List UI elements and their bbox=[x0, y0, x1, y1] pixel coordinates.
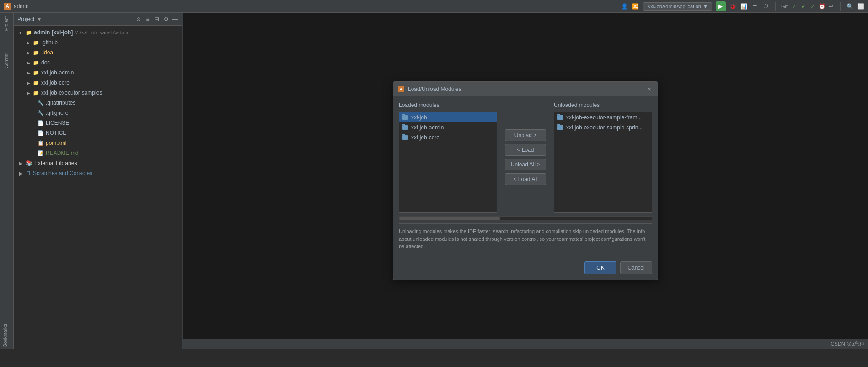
tree-item-pom[interactable]: 📋 pom.xml bbox=[14, 138, 182, 148]
idea-folder-icon: 📁 bbox=[33, 50, 39, 56]
commit-side-label[interactable]: Commit bbox=[4, 51, 9, 70]
git-tick-icon[interactable]: ✔ bbox=[800, 3, 807, 10]
app-selector[interactable]: XxlJobAdminApplication ▼ bbox=[643, 2, 712, 11]
expand-icon[interactable]: ⊟ bbox=[153, 16, 161, 23]
modal-header: A Load/Unload Modules × bbox=[393, 82, 658, 96]
project-dropdown[interactable]: ▾ bbox=[38, 16, 41, 22]
git-check-icon[interactable]: ✓ bbox=[791, 3, 798, 10]
license-icon: 📄 bbox=[38, 120, 44, 126]
tree-root[interactable]: ▾ 📁 admin [xxl-job] M:\xxl_job_yanshi\ad… bbox=[14, 27, 182, 37]
bookmarks-side-label[interactable]: Bookmarks bbox=[3, 322, 8, 349]
tree-item-admin[interactable]: ▶ 📁 xxl-job-admin bbox=[14, 68, 182, 78]
info-text: Unloading modules makes the IDE faster: … bbox=[399, 223, 652, 252]
file-tree: ▾ 📁 admin [xxl-job] M:\xxl_job_yanshi\ad… bbox=[14, 26, 182, 349]
tree-item-github[interactable]: ▶ 📁 .github bbox=[14, 37, 182, 48]
ext-lib-arrow: ▶ bbox=[19, 161, 24, 166]
status-right: CSDN @g忘种 bbox=[830, 340, 864, 347]
unload-all-button[interactable]: Unload All > bbox=[505, 159, 546, 170]
tree-item-notice[interactable]: 📄 NOTICE bbox=[14, 128, 182, 138]
module-name-xxljob: xxl-job bbox=[411, 114, 427, 121]
modal-title-icon: A bbox=[398, 86, 404, 92]
modules-row: Loaded modules xxl-job bbox=[399, 102, 652, 213]
pom-icon: 📋 bbox=[38, 140, 44, 146]
tree-item-idea[interactable]: ▶ 📁 .idea bbox=[14, 48, 182, 58]
debug-button[interactable]: 🐞 bbox=[729, 3, 737, 10]
maximize-button[interactable]: ⬜ bbox=[857, 3, 864, 10]
module-folder-icon-3 bbox=[402, 134, 408, 141]
load-all-button[interactable]: < Load All bbox=[505, 173, 546, 185]
loaded-label: Loaded modules bbox=[399, 102, 497, 108]
tree-item-doc[interactable]: ▶ 📁 doc bbox=[14, 58, 182, 68]
unloaded-modules-list[interactable]: xxl-job-executor-sample-fram... xxl-job-… bbox=[554, 112, 652, 213]
modal-close-button[interactable]: × bbox=[646, 85, 653, 93]
git-log-icon[interactable]: ⏰ bbox=[818, 3, 825, 10]
unloaded-modules-col: Unloaded modules xxl-job-executor-sample… bbox=[554, 102, 652, 213]
settings-icon[interactable]: ⚙ bbox=[162, 16, 170, 23]
loaded-modules-list[interactable]: xxl-job xxl-job-admin bbox=[399, 112, 497, 213]
module-folder-icon-4 bbox=[557, 114, 563, 121]
search-button[interactable]: 🔍 bbox=[846, 3, 853, 10]
readme-icon: 📝 bbox=[38, 150, 44, 156]
idea-label: .idea bbox=[41, 49, 53, 56]
module-xxl-job-core[interactable]: xxl-job-core bbox=[399, 133, 497, 143]
tree-item-executor[interactable]: ▶ 📁 xxl-job-executor-samples bbox=[14, 88, 182, 98]
github-label: .github bbox=[41, 39, 58, 46]
git-section: Git: ✓ ✔ ↗ ⏰ ↩ bbox=[781, 3, 835, 10]
run-button[interactable]: ▶ bbox=[716, 1, 726, 11]
close-panel-icon[interactable]: — bbox=[171, 16, 179, 23]
idea-arrow: ▶ bbox=[27, 50, 31, 55]
more-run-button[interactable]: ⏱ bbox=[762, 3, 770, 10]
project-panel: Project ▾ ⊙ ≡ ⊟ ⚙ — ▾ 📁 admin [xxl-job] … bbox=[14, 13, 183, 349]
module-xxl-job[interactable]: xxl-job bbox=[399, 112, 497, 122]
module-executor-frame[interactable]: xxl-job-executor-sample-fram... bbox=[554, 112, 652, 122]
executor-arrow: ▶ bbox=[27, 90, 31, 96]
cancel-button[interactable]: Cancel bbox=[620, 261, 652, 274]
tree-item-ext-lib[interactable]: ▶ 📚 External Libraries bbox=[14, 158, 182, 168]
status-bar: CSDN @g忘种 bbox=[183, 339, 868, 349]
project-tools: ⊙ ≡ ⊟ ⚙ — bbox=[135, 16, 179, 23]
toolbar-sep-2 bbox=[840, 2, 841, 11]
project-side-label[interactable]: Project bbox=[4, 15, 9, 32]
tree-item-gitattributes[interactable]: 🔧 .gitattributes bbox=[14, 98, 182, 108]
profile-button[interactable]: 📊 bbox=[740, 3, 748, 10]
scrollbar-area[interactable] bbox=[399, 216, 652, 220]
notice-icon: 📄 bbox=[38, 130, 44, 136]
github-folder-icon: 📁 bbox=[33, 40, 39, 46]
tree-item-gitignore[interactable]: 🔧 .gitignore bbox=[14, 108, 182, 118]
tree-item-scratches[interactable]: ▶ 🗒 Scratches and Consoles bbox=[14, 168, 182, 178]
tree-item-readme[interactable]: 📝 README.md bbox=[14, 148, 182, 158]
project-panel-header: Project ▾ ⊙ ≡ ⊟ ⚙ — bbox=[14, 13, 182, 26]
coverage-button[interactable]: ☂ bbox=[751, 3, 759, 10]
module-name-spring: xxl-job-executor-sample-sprin... bbox=[566, 124, 643, 131]
action-buttons-col: Unload > < Load Unload All > < Load All bbox=[503, 102, 548, 213]
module-name-xxljobadmin: xxl-job-admin bbox=[411, 124, 444, 131]
git-undo-icon[interactable]: ↩ bbox=[827, 3, 835, 10]
user-icon[interactable]: 👤 bbox=[621, 3, 628, 10]
modal-body: Loaded modules xxl-job bbox=[393, 96, 658, 258]
module-xxl-job-admin[interactable]: xxl-job-admin bbox=[399, 122, 497, 133]
module-folder-icon-1 bbox=[402, 114, 408, 121]
root-folder-icon: 📁 bbox=[26, 30, 32, 36]
left-side-panel: Project Commit Bookmarks bbox=[0, 13, 14, 349]
scrollbar-thumb bbox=[399, 217, 500, 220]
unload-button[interactable]: Unload > bbox=[505, 129, 546, 141]
modal-footer: OK Cancel bbox=[393, 258, 658, 280]
app-icon: A bbox=[4, 3, 11, 10]
locate-icon[interactable]: ⊙ bbox=[135, 16, 142, 23]
core-label: xxl-job-core bbox=[41, 80, 70, 86]
module-executor-spring[interactable]: xxl-job-executor-sample-sprin... bbox=[554, 122, 652, 133]
admin-arrow: ▶ bbox=[27, 70, 31, 75]
doc-folder-icon: 📁 bbox=[33, 60, 39, 66]
vcs-icon[interactable]: 🔀 bbox=[632, 3, 639, 10]
load-button[interactable]: < Load bbox=[505, 144, 546, 156]
loaded-modules-col: Loaded modules xxl-job bbox=[399, 102, 497, 213]
title-bar: A admin 👤 🔀 XxlJobAdminApplication ▼ ▶ 🐞… bbox=[0, 0, 868, 13]
ext-lib-icon: 📚 bbox=[26, 160, 32, 166]
main-layout: Project Commit Bookmarks Project ▾ ⊙ ≡ ⊟… bbox=[0, 13, 868, 349]
ok-button[interactable]: OK bbox=[584, 261, 616, 274]
tree-item-license[interactable]: 📄 LICENSE bbox=[14, 118, 182, 128]
admin-folder-icon: 📁 bbox=[33, 70, 39, 76]
tree-item-core[interactable]: ▶ 📁 xxl-job-core bbox=[14, 78, 182, 88]
collapse-all-icon[interactable]: ≡ bbox=[144, 16, 151, 23]
git-push-icon[interactable]: ↗ bbox=[809, 3, 816, 10]
